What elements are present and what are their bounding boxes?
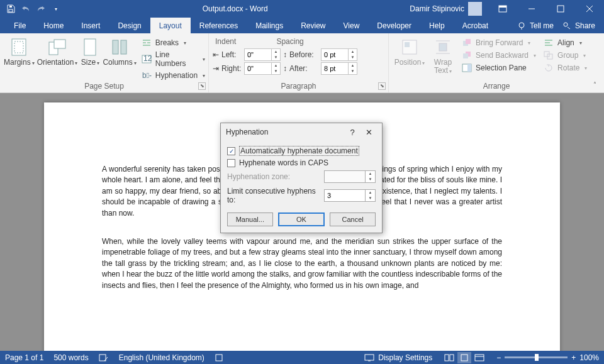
- svg-rect-39: [475, 355, 484, 361]
- checkbox-icon: [227, 159, 235, 167]
- group-arrange: Position▾ Wrap Text▾ Bring Forward▾ Send…: [389, 33, 604, 92]
- proofing-icon[interactable]: [99, 353, 109, 362]
- group-page-setup: Margins▾ Orientation▾ Size▾ Columns▾ Bre…: [0, 33, 209, 92]
- hyphenation-button[interactable]: bͨ-Hyphenation▾: [139, 70, 208, 81]
- title-bar: ▾ Output.docx - Word Damir Stipinovic: [0, 0, 604, 18]
- spacing-before-icon: ↕: [283, 50, 287, 59]
- zoom-slider[interactable]: [505, 356, 568, 358]
- line-numbers-icon: 12: [142, 54, 152, 64]
- manual-button[interactable]: Manual...: [227, 212, 273, 226]
- orientation-button[interactable]: Orientation▾: [37, 36, 78, 67]
- tab-help[interactable]: Help: [420, 18, 454, 33]
- zoom-level[interactable]: 100%: [579, 353, 599, 362]
- hyphenation-icon: bͨ-: [142, 70, 152, 80]
- columns-button[interactable]: Columns▾: [103, 36, 136, 67]
- tab-view[interactable]: View: [335, 18, 369, 33]
- svg-rect-5: [557, 6, 564, 12]
- lightbulb-icon: [517, 21, 526, 30]
- read-mode-icon[interactable]: [442, 352, 456, 363]
- svg-rect-15: [84, 39, 96, 55]
- zoom-in-button[interactable]: +: [571, 353, 576, 362]
- minimize-button[interactable]: [517, 0, 546, 18]
- svg-rect-1: [9, 6, 12, 8]
- selection-pane-icon: [462, 63, 472, 73]
- page-setup-dialog-launcher[interactable]: ⬊: [198, 82, 206, 90]
- svg-rect-38: [461, 355, 467, 361]
- tab-developer[interactable]: Developer: [368, 18, 420, 33]
- hyphenate-caps-checkbox[interactable]: Hyphenate words in CAPS: [227, 157, 376, 168]
- page-status[interactable]: Page 1 of 1: [5, 353, 43, 362]
- tab-insert[interactable]: Insert: [72, 18, 109, 33]
- checkbox-icon: ✓: [227, 147, 235, 155]
- share-icon: [562, 21, 571, 30]
- indent-right-icon: ⇥: [213, 64, 219, 73]
- quick-access-toolbar: ▾: [0, 2, 67, 16]
- indent-left-input[interactable]: ▲▼: [244, 48, 281, 61]
- svg-rect-23: [439, 43, 447, 51]
- ribbon-tabs: File Home Insert Design Layout Reference…: [0, 18, 604, 33]
- group-paragraph: IndentSpacing ⇤Left: ▲▼ ↕Before: ▲▼ ⇥Rig…: [209, 33, 389, 92]
- svg-rect-34: [365, 355, 374, 360]
- group-button: Group▾: [541, 50, 590, 61]
- tab-acrobat[interactable]: Acrobat: [454, 18, 497, 33]
- tab-home[interactable]: Home: [35, 18, 72, 33]
- spacing-before-input[interactable]: ▲▼: [321, 48, 357, 61]
- indent-right-input[interactable]: ▲▼: [244, 62, 281, 75]
- display-settings[interactable]: Display Settings: [364, 353, 432, 362]
- zoom-control: − + 100%: [496, 353, 599, 362]
- size-button[interactable]: Size▾: [80, 36, 100, 67]
- rotate-icon: [544, 63, 554, 73]
- breaks-button[interactable]: Breaks▾: [139, 37, 208, 48]
- rotate-button: Rotate▾: [541, 62, 590, 74]
- save-icon[interactable]: [4, 2, 18, 16]
- group-icon: [544, 50, 554, 60]
- tab-mailings[interactable]: Mailings: [247, 18, 292, 33]
- ribbon-display-options-icon[interactable]: [488, 0, 517, 18]
- tab-file[interactable]: File: [5, 18, 35, 33]
- orientation-icon: [47, 37, 67, 57]
- close-button[interactable]: [575, 0, 604, 18]
- ok-button[interactable]: OK: [278, 212, 325, 226]
- zoom-out-button[interactable]: −: [496, 353, 501, 362]
- paragraph-2[interactable]: When, while the lovely valley teems with…: [102, 236, 502, 291]
- limit-hyphens-input[interactable]: ▲▼: [324, 189, 376, 202]
- qat-customize-icon[interactable]: ▾: [49, 2, 63, 16]
- selection-pane-button[interactable]: Selection Pane: [459, 62, 539, 74]
- tab-review[interactable]: Review: [292, 18, 334, 33]
- paragraph-dialog-launcher[interactable]: ⬊: [378, 82, 386, 90]
- tab-layout[interactable]: Layout: [150, 18, 191, 33]
- dialog-help-button[interactable]: ?: [344, 125, 361, 139]
- language-status[interactable]: English (United Kingdom): [119, 353, 204, 362]
- tell-me-button[interactable]: Tell me: [517, 21, 554, 30]
- spacing-after-input[interactable]: ▲▼: [321, 62, 357, 75]
- auto-hyphenate-checkbox[interactable]: ✓ Automatically hyphenate document: [227, 145, 376, 157]
- svg-point-10: [564, 23, 568, 26]
- size-icon: [80, 37, 100, 57]
- collapse-ribbon-button[interactable]: ˄: [589, 81, 600, 90]
- tab-design[interactable]: Design: [109, 18, 150, 33]
- align-icon: [544, 38, 554, 48]
- margins-button[interactable]: Margins▾: [4, 36, 35, 67]
- cancel-button[interactable]: Cancel: [330, 212, 376, 226]
- print-layout-icon[interactable]: [457, 352, 471, 363]
- share-button[interactable]: Share: [562, 21, 595, 30]
- macro-recording-icon[interactable]: [215, 353, 223, 362]
- dialog-close-button[interactable]: ✕: [361, 125, 377, 139]
- maximize-button[interactable]: [546, 0, 575, 18]
- redo-icon[interactable]: [34, 2, 48, 16]
- svg-rect-17: [121, 40, 126, 54]
- window-title: Output.docx - Word: [67, 4, 403, 13]
- line-numbers-button[interactable]: 12Line Numbers▾: [139, 50, 208, 69]
- user-name: Damir Stipinovic: [410, 4, 464, 13]
- svg-rect-37: [450, 355, 454, 361]
- web-layout-icon[interactable]: [473, 352, 486, 363]
- undo-icon[interactable]: [19, 2, 33, 16]
- user-account[interactable]: Damir Stipinovic: [403, 2, 488, 16]
- position-button: Position▾: [393, 36, 427, 67]
- dialog-titlebar[interactable]: Hyphenation ? ✕: [221, 123, 382, 141]
- align-button[interactable]: Align▾: [541, 37, 590, 48]
- tab-references[interactable]: References: [191, 18, 247, 33]
- dialog-title: Hyphenation: [226, 128, 268, 136]
- word-count[interactable]: 500 words: [53, 353, 88, 362]
- spacing-after-icon: ↕: [283, 64, 287, 73]
